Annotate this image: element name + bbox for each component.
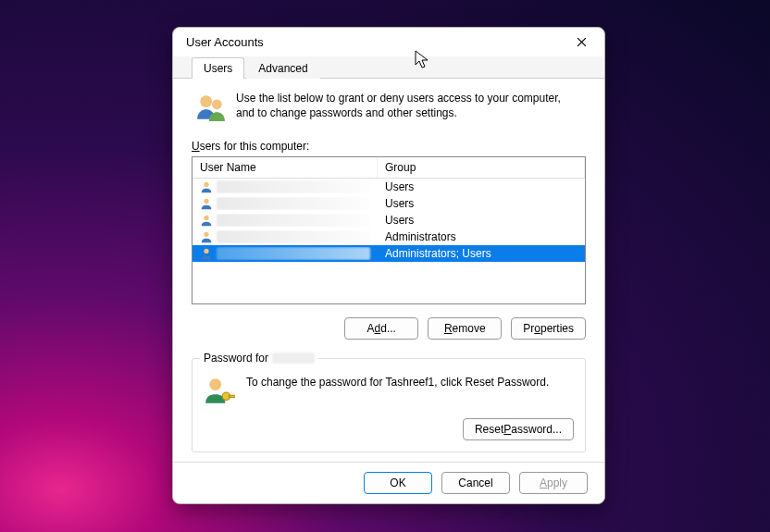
svg-point-5 — [204, 232, 208, 237]
group-cell: Administrators; Users — [378, 247, 585, 260]
table-row[interactable]: Administrators — [192, 229, 585, 245]
svg-point-7 — [209, 378, 221, 390]
table-row[interactable]: Users — [192, 212, 585, 229]
user-icon — [200, 214, 213, 227]
intro-row: Use the list below to grant or deny user… — [192, 88, 586, 134]
user-accounts-dialog: User Accounts Users Advanced Use the lis… — [172, 27, 605, 504]
password-legend-prefix: Password for — [204, 352, 268, 365]
svg-point-4 — [204, 216, 208, 220]
tab-strip: Users Advanced — [173, 56, 604, 79]
reset-password-button[interactable]: Reset Password... — [463, 418, 574, 440]
table-row[interactable]: Users — [192, 195, 585, 212]
column-group[interactable]: Group — [378, 157, 585, 178]
users-listbox[interactable]: User Name Group Users Users Users — [192, 156, 586, 304]
ok-button[interactable]: OK — [364, 472, 432, 494]
group-cell: Users — [378, 197, 585, 210]
svg-point-0 — [200, 95, 212, 107]
remove-button[interactable]: Remove — [428, 317, 502, 340]
group-cell: Administrators — [378, 230, 585, 243]
username-redacted — [217, 197, 370, 210]
username-redacted — [217, 230, 370, 243]
group-cell: Users — [378, 214, 585, 227]
user-icon — [200, 197, 213, 210]
tab-advanced[interactable]: Advanced — [246, 57, 319, 79]
list-header[interactable]: User Name Group — [192, 157, 585, 179]
svg-point-6 — [204, 249, 208, 254]
properties-button[interactable]: Properties — [511, 317, 586, 340]
intro-text: Use the list below to grant or deny user… — [236, 92, 582, 120]
svg-point-2 — [204, 182, 208, 187]
password-legend-user-redacted — [272, 353, 315, 364]
titlebar[interactable]: User Accounts — [173, 28, 604, 56]
svg-point-1 — [212, 100, 222, 110]
tab-users[interactable]: Users — [192, 57, 244, 79]
dialog-footer: OK Cancel Apply — [173, 462, 604, 503]
close-icon — [577, 37, 587, 47]
password-legend: Password for — [200, 352, 318, 365]
username-redacted — [217, 247, 370, 260]
svg-rect-9 — [230, 395, 235, 397]
user-icon — [200, 247, 213, 260]
users-list-label: Users for this computer: — [192, 140, 586, 153]
apply-button: Apply — [519, 472, 588, 494]
user-icon — [200, 180, 213, 193]
cancel-button[interactable]: Cancel — [441, 472, 510, 494]
svg-point-3 — [204, 199, 208, 204]
window-title: User Accounts — [186, 35, 565, 49]
key-user-icon — [204, 376, 235, 407]
list-rows: Users Users Users Administrators Adminis… — [192, 179, 585, 303]
users-icon — [195, 92, 227, 123]
password-group: Password for To change the password for … — [192, 358, 586, 452]
tab-content: Use the list below to grant or deny user… — [173, 79, 604, 462]
group-cell: Users — [378, 180, 585, 193]
table-row[interactable]: Users — [192, 179, 585, 195]
password-text: To change the password for Tashreef1, cl… — [246, 376, 574, 389]
add-button[interactable]: Add... — [344, 317, 418, 340]
list-button-row: Add... Remove Properties — [192, 317, 586, 340]
user-icon — [200, 230, 213, 243]
column-username[interactable]: User Name — [192, 157, 378, 178]
close-button[interactable] — [565, 30, 597, 56]
table-row[interactable]: Administrators; Users — [192, 245, 585, 262]
username-redacted — [217, 180, 370, 193]
username-redacted — [217, 214, 370, 227]
